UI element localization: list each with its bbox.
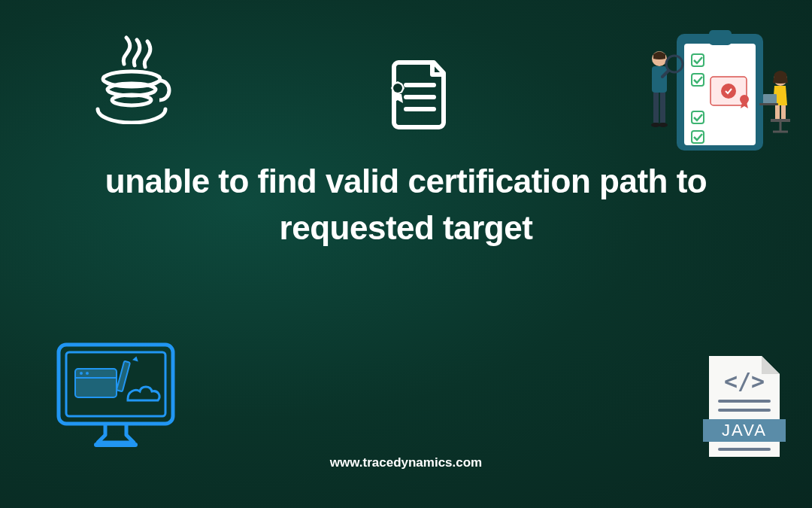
page-title: unable to find valid certification path … <box>0 158 812 252</box>
svg-rect-28 <box>771 119 790 122</box>
svg-rect-31 <box>763 94 777 104</box>
svg-point-22 <box>659 123 668 127</box>
svg-point-2 <box>112 95 151 105</box>
java-logo-icon <box>90 34 173 124</box>
monitor-design-icon <box>53 339 179 455</box>
svg-rect-19 <box>653 93 659 123</box>
svg-rect-32 <box>759 103 778 105</box>
clipboard-illustration <box>620 23 801 173</box>
svg-text:</>: </> <box>724 368 765 394</box>
svg-rect-26 <box>775 105 780 120</box>
certificate-icon <box>380 56 447 132</box>
svg-point-39 <box>86 372 89 375</box>
svg-point-6 <box>393 84 402 93</box>
svg-point-15 <box>721 84 736 99</box>
website-url: www.tracedynamics.com <box>0 455 812 470</box>
svg-rect-20 <box>660 93 665 123</box>
svg-rect-27 <box>781 105 786 120</box>
svg-rect-35 <box>94 443 138 447</box>
svg-text:JAVA: JAVA <box>722 421 767 440</box>
svg-rect-18 <box>652 66 667 93</box>
java-file-icon: </> JAVA <box>703 350 786 463</box>
svg-rect-9 <box>709 30 732 45</box>
svg-point-38 <box>80 372 83 375</box>
